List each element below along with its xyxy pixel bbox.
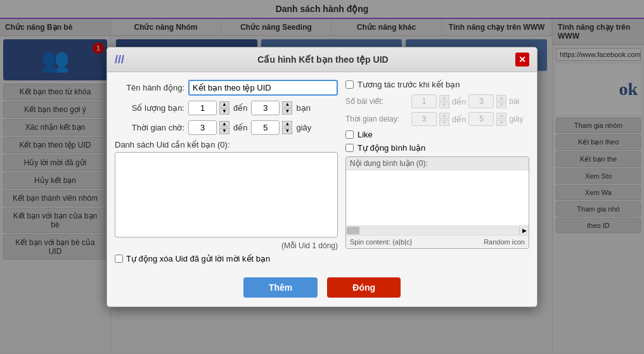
binh-luan-label: Tự động bình luận bbox=[357, 143, 425, 153]
like-checkbox[interactable] bbox=[345, 130, 354, 139]
tgc-from-down[interactable]: ▼ bbox=[219, 128, 229, 134]
tgd-from-down: ▼ bbox=[439, 120, 449, 126]
so-luong-to-group: ▲ ▼ bbox=[251, 101, 292, 115]
tgc-to-group: ▲ ▼ bbox=[251, 120, 292, 135]
uid-textarea[interactable] bbox=[115, 152, 338, 237]
spin-content-row: Spin content: {a|b|c} Random icon bbox=[346, 235, 529, 248]
den-label-1: đến bbox=[233, 103, 247, 113]
so-luong-from-input[interactable] bbox=[188, 101, 217, 115]
sbv-to-down: ▼ bbox=[496, 102, 506, 108]
tgd-from-spinner: ▲ ▼ bbox=[439, 113, 449, 126]
sbv-from-down: ▼ bbox=[439, 102, 449, 108]
h-scrollbar-thumb bbox=[347, 227, 359, 234]
like-label: Like bbox=[357, 130, 373, 139]
sbv-from-group: ▲ ▼ bbox=[411, 94, 449, 108]
comment-scrollbar: ▶ bbox=[346, 225, 529, 235]
tuong-tac-label: Tương tác trước khi kết bạn bbox=[357, 80, 460, 89]
tgc-to-input[interactable] bbox=[251, 120, 280, 135]
tgc-from-input[interactable] bbox=[188, 120, 217, 135]
tgd-from-group: ▲ ▼ bbox=[411, 112, 449, 126]
sbv-to-spinner: ▲ ▼ bbox=[496, 95, 506, 108]
bai-label: bài bbox=[509, 97, 519, 106]
thoi-gian-delay-label: Thời gian delay: bbox=[345, 115, 409, 123]
tuong-tac-checkbox[interactable] bbox=[345, 80, 354, 89]
modal-left-panel: Tên hành động: Số lượng bạn: ▲ ▼ đến bbox=[115, 80, 338, 263]
den-label-3: đến bbox=[452, 97, 466, 106]
tgd-to-up: ▲ bbox=[496, 113, 506, 119]
modal-footer: Thêm Đóng bbox=[107, 271, 537, 307]
thoi-gian-cho-row: Thời gian chờ: ▲ ▼ đến ▲ ▼ bbox=[115, 120, 338, 135]
so-luong-to-spinner: ▲ ▼ bbox=[282, 101, 292, 115]
sbv-from-up: ▲ bbox=[439, 95, 449, 101]
so-luong-ban-label: Số lượng bạn: bbox=[115, 103, 184, 113]
so-luong-to-down[interactable]: ▼ bbox=[282, 108, 292, 115]
auto-xoa-checkbox[interactable] bbox=[115, 255, 123, 263]
h-scrollbar[interactable] bbox=[346, 226, 520, 235]
modal-overlay: /// Cấu hình Kết bạn theo tệp UID ✕ Tên … bbox=[0, 0, 644, 354]
so-luong-ban-row: Số lượng bạn: ▲ ▼ đến ▲ ▼ bbox=[115, 101, 338, 115]
auto-xoa-row: Tự động xóa Uid đã gửi lời mời kết bạn bbox=[115, 254, 338, 263]
so-luong-from-down[interactable]: ▼ bbox=[219, 108, 229, 115]
v-scroll-right[interactable]: ▶ bbox=[520, 226, 529, 235]
tgc-to-up[interactable]: ▲ bbox=[282, 121, 292, 127]
sbv-to-input bbox=[468, 94, 494, 108]
so-bai-viet-label: Số bài viết: bbox=[345, 97, 409, 106]
tgc-from-group: ▲ ▼ bbox=[188, 120, 229, 135]
tgc-from-up[interactable]: ▲ bbox=[219, 121, 229, 127]
comment-textarea[interactable] bbox=[346, 170, 529, 224]
so-luong-to-up[interactable]: ▲ bbox=[282, 101, 292, 108]
binh-luan-row: Tự động bình luận bbox=[345, 143, 529, 153]
modal-body: Tên hành động: Số lượng bạn: ▲ ▼ đến bbox=[107, 72, 537, 271]
modal-title: Cấu hình Kết bạn theo tệp UID bbox=[131, 54, 515, 65]
ban-label: bạn bbox=[296, 103, 310, 113]
modal-close-button[interactable]: ✕ bbox=[515, 53, 529, 66]
tgd-to-spinner: ▲ ▼ bbox=[496, 113, 506, 126]
auto-xoa-label: Tự động xóa Uid đã gửi lời mời kết bạn bbox=[126, 254, 270, 263]
so-luong-from-up[interactable]: ▲ bbox=[219, 101, 229, 108]
dong-button[interactable]: Đóng bbox=[327, 277, 401, 298]
sbv-to-up: ▲ bbox=[496, 95, 506, 101]
tgd-from-input bbox=[411, 112, 437, 126]
comment-label-bar: Nội dung bình luận (0): bbox=[346, 157, 529, 170]
thoi-gian-cho-label: Thời gian chờ: bbox=[115, 123, 184, 132]
modal-logo: /// bbox=[115, 53, 124, 66]
sbv-to-group: ▲ ▼ bbox=[468, 94, 506, 108]
so-luong-to-input[interactable] bbox=[251, 101, 280, 115]
tgd-from-up: ▲ bbox=[439, 113, 449, 119]
tgc-to-spinner: ▲ ▼ bbox=[282, 121, 292, 134]
giay-label-2: giây bbox=[509, 115, 523, 123]
den-label-4: đến bbox=[452, 115, 466, 124]
tgd-to-down: ▼ bbox=[496, 120, 506, 126]
spin-content-label: Spin content: {a|b|c} bbox=[350, 238, 412, 246]
them-button[interactable]: Thêm bbox=[243, 277, 318, 298]
tgc-from-spinner: ▲ ▼ bbox=[219, 121, 229, 134]
tgd-to-group: ▲ ▼ bbox=[468, 112, 506, 126]
sbv-from-spinner: ▲ ▼ bbox=[439, 95, 449, 108]
modal-header: /// Cấu hình Kết bạn theo tệp UID ✕ bbox=[107, 47, 537, 72]
random-icon-button[interactable]: Random icon bbox=[484, 238, 525, 246]
den-label-2: đến bbox=[233, 123, 247, 132]
ten-hanh-dong-label: Tên hành động: bbox=[115, 83, 184, 92]
like-row: Like bbox=[345, 130, 529, 139]
uid-list-label: Danh sách Uid cần kết bạn (0): bbox=[115, 140, 338, 149]
binh-luan-checkbox[interactable] bbox=[345, 144, 354, 152]
tgc-to-down[interactable]: ▼ bbox=[282, 128, 292, 134]
sbv-from-input bbox=[411, 94, 437, 108]
ten-hanh-dong-row: Tên hành động: bbox=[115, 80, 338, 96]
comment-box-container: Nội dung bình luận (0): ▶ Spin content: … bbox=[345, 156, 529, 249]
modal-right-panel: Tương tác trước khi kết bạn Số bài viết:… bbox=[345, 80, 529, 263]
so-luong-from-group: ▲ ▼ bbox=[188, 101, 229, 115]
tgd-to-input bbox=[468, 112, 494, 126]
ten-hanh-dong-input[interactable] bbox=[188, 80, 338, 96]
thoi-gian-delay-row: Thời gian delay: ▲ ▼ đến ▲ ▼ bbox=[345, 112, 529, 126]
giay-label: giây bbox=[296, 123, 311, 132]
tuong-tac-row: Tương tác trước khi kết bạn bbox=[345, 80, 529, 89]
so-bai-viet-row: Số bài viết: ▲ ▼ đến ▲ ▼ bbox=[345, 94, 529, 108]
moi-uid-hint: (Mỗi Uid 1 dòng) bbox=[115, 241, 338, 250]
so-luong-from-spinner: ▲ ▼ bbox=[219, 101, 229, 115]
modal-dialog: /// Cấu hình Kết bạn theo tệp UID ✕ Tên … bbox=[106, 47, 538, 307]
